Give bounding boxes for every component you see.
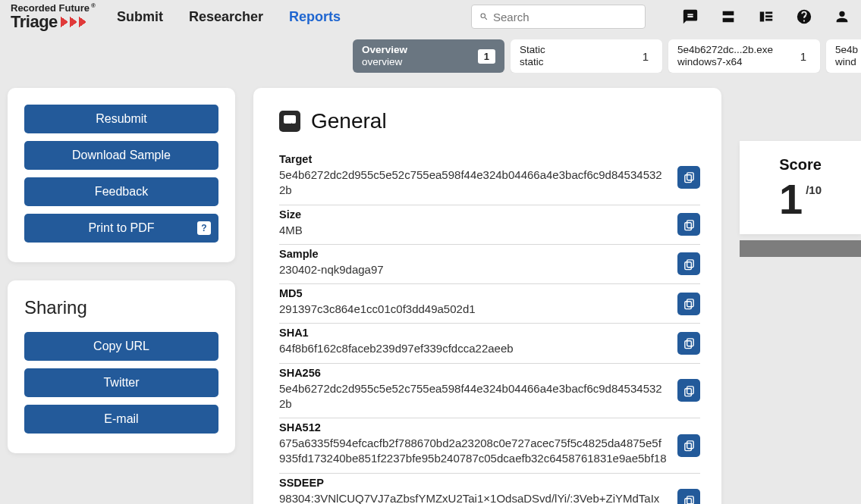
brand-logo[interactable]: Recorded Future Triage bbox=[11, 3, 96, 30]
tab-task-2[interactable]: 5e4b wind bbox=[826, 39, 861, 73]
svg-rect-1 bbox=[684, 175, 691, 183]
tab-overview[interactable]: Overview overview 1 bbox=[353, 39, 504, 73]
actions-card: Resubmit Download Sample Feedback Print … bbox=[8, 88, 235, 262]
score-denom: /10 bbox=[806, 184, 822, 196]
note-icon bbox=[279, 111, 300, 132]
primary-nav: Submit Researcher Reports bbox=[117, 9, 341, 25]
field-sha256: SHA256 5e4b6272dc2d955c5e52c755ea598f44e… bbox=[279, 364, 700, 419]
svg-rect-4 bbox=[687, 260, 693, 268]
resubmit-button[interactable]: Resubmit bbox=[24, 105, 218, 133]
score-card: Score 1 /10 bbox=[740, 141, 861, 234]
svg-rect-2 bbox=[687, 220, 693, 227]
feedback-button[interactable]: Feedback bbox=[24, 177, 218, 206]
field-target: Target 5e4b6272dc2d955c5e52c755ea598f44e… bbox=[279, 150, 700, 205]
general-title: General bbox=[311, 109, 387, 133]
svg-rect-8 bbox=[687, 339, 693, 346]
top-bar: Recorded Future Triage Submit Researcher… bbox=[0, 0, 861, 30]
chat-icon[interactable] bbox=[682, 8, 699, 25]
svg-rect-9 bbox=[684, 341, 691, 349]
docs-icon[interactable] bbox=[758, 8, 775, 25]
tab-overview-badge: 1 bbox=[478, 49, 495, 64]
field-ssdeep: SSDEEP 98304:3VNlCUQ7VJ7aZbsfYMZxU2Tai1×… bbox=[279, 474, 700, 505]
tab-task-1-badge: 1 bbox=[796, 50, 811, 63]
general-panel: General Target 5e4b6272dc2d955c5e52c755e… bbox=[253, 88, 721, 504]
account-icon[interactable] bbox=[834, 8, 850, 25]
svg-rect-5 bbox=[684, 262, 691, 270]
nav-reports[interactable]: Reports bbox=[289, 9, 341, 25]
copy-md5-button[interactable] bbox=[677, 293, 700, 315]
sidebar: Resubmit Download Sample Feedback Print … bbox=[8, 88, 235, 504]
copy-sha1-button[interactable] bbox=[677, 332, 700, 355]
brand-top-text: Recorded Future bbox=[11, 3, 96, 13]
copy-ssdeep-button[interactable] bbox=[677, 489, 700, 504]
copy-size-button[interactable] bbox=[677, 213, 700, 236]
tab-static[interactable]: Static static 1 bbox=[511, 39, 662, 73]
sharing-title: Sharing bbox=[24, 297, 218, 318]
server-icon[interactable] bbox=[720, 8, 737, 25]
search-icon bbox=[479, 9, 489, 24]
brand-chevrons-icon bbox=[61, 17, 88, 27]
copy-sample-button[interactable] bbox=[677, 252, 700, 275]
svg-rect-7 bbox=[684, 302, 691, 309]
copy-target-button[interactable] bbox=[677, 166, 700, 189]
svg-rect-13 bbox=[684, 443, 691, 451]
sharing-card: Sharing Copy URL Twitter E-mail bbox=[8, 280, 235, 453]
content-area: Resubmit Download Sample Feedback Print … bbox=[0, 73, 861, 504]
brand-bottom-text: Triage bbox=[11, 14, 58, 30]
print-help-icon[interactable]: ? bbox=[197, 221, 211, 235]
field-size: Size 4MB bbox=[279, 205, 700, 245]
print-pdf-button[interactable]: Print to PDF ? bbox=[24, 214, 218, 243]
nav-submit[interactable]: Submit bbox=[117, 9, 163, 25]
tab-static-badge: 1 bbox=[638, 50, 653, 63]
top-icons bbox=[682, 8, 850, 25]
twitter-button[interactable]: Twitter bbox=[24, 368, 218, 397]
score-column: Score 1 /10 bbox=[740, 141, 861, 504]
svg-rect-0 bbox=[687, 173, 693, 180]
field-sample: Sample 230402-nqk9daga97 bbox=[279, 245, 700, 284]
score-bar bbox=[740, 240, 861, 257]
field-sha1: SHA1 64f8b6f162c8faceb239d97ef339cfdcca2… bbox=[279, 324, 700, 363]
search-input[interactable] bbox=[493, 11, 637, 23]
download-sample-button[interactable]: Download Sample bbox=[24, 141, 218, 170]
svg-rect-12 bbox=[687, 441, 693, 449]
svg-rect-11 bbox=[684, 388, 691, 396]
help-icon[interactable] bbox=[796, 8, 812, 25]
field-sha512: SHA512 675a6335f594efcacfb2f788670bd2a23… bbox=[279, 418, 700, 474]
email-button[interactable]: E-mail bbox=[24, 405, 218, 434]
nav-researcher[interactable]: Researcher bbox=[189, 9, 263, 25]
tab-task-1[interactable]: 5e4b6272dc...2b.exe windows7-x64 1 bbox=[668, 39, 820, 73]
field-md5: MD5 291397c3c864e1cc01c0f3dd49a502d1 bbox=[279, 284, 700, 324]
svg-rect-3 bbox=[684, 222, 691, 230]
svg-rect-10 bbox=[687, 387, 693, 394]
copy-sha512-button[interactable] bbox=[677, 434, 700, 457]
copy-url-button[interactable]: Copy URL bbox=[24, 332, 218, 361]
copy-sha256-button[interactable] bbox=[677, 379, 700, 402]
svg-rect-14 bbox=[687, 496, 693, 504]
report-tabs: Overview overview 1 Static static 1 5e4b… bbox=[353, 39, 861, 73]
score-label: Score bbox=[747, 156, 853, 174]
search-box[interactable] bbox=[471, 5, 646, 29]
score-value: 1 bbox=[779, 178, 803, 221]
svg-rect-6 bbox=[687, 299, 693, 307]
